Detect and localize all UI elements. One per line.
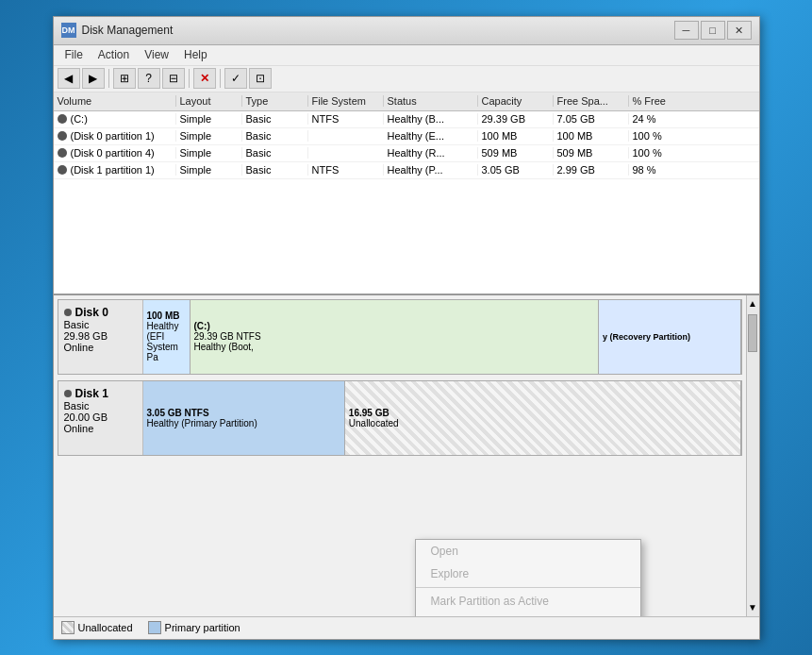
disk-icon-2 [58,148,67,158]
table-row[interactable]: (Disk 1 partition 1) Simple Basic NTFS H… [54,162,759,179]
efi-label: Healthy (EFI System Pa [147,321,186,362]
toolbar-sep-3 [220,69,221,88]
col-header-type: Type [242,95,308,107]
cell-layout-3: Simple [176,164,242,176]
menu-view[interactable]: View [137,46,176,63]
disk-0-efi-partition[interactable]: 100 MB Healthy (EFI System Pa [143,300,191,374]
cell-free-2: 509 MB [554,147,629,159]
legend-label-primary: Primary partition [165,622,240,633]
disk-0-partitions: 100 MB Healthy (EFI System Pa (C:) 29.39… [143,300,741,374]
disk-area: Disk 0 Basic 29.98 GB Online 100 MB Heal… [54,295,746,616]
cell-volume-2: (Disk 0 partition 4) [54,147,176,159]
status-bar: Unallocated Primary partition [54,616,759,639]
toolbar-sep-2 [189,69,190,88]
col-header-pctfree: % Free [629,95,686,107]
minimize-button[interactable]: ─ [674,21,699,40]
toolbar-forward[interactable]: ▶ [82,68,105,89]
disk-0-type: Basic [64,319,137,330]
cell-capacity-3: 3.05 GB [478,164,554,176]
col-header-free: Free Spa... [554,95,629,107]
cell-volume-3: (Disk 1 partition 1) [54,164,176,176]
menu-action[interactable]: Action [91,46,137,63]
app-icon: DM [61,23,76,38]
ctx-open: Open [416,540,640,563]
cell-pct-0: 24 % [629,113,686,125]
legend-unallocated: Unallocated [61,621,133,634]
primary-size: 3.05 GB NTFS [147,408,340,418]
col-header-status: Status [384,95,478,107]
disk-1-primary-partition[interactable]: 3.05 GB NTFS Healthy (Primary Partition) [143,381,345,455]
toolbar-grid[interactable]: ⊞ [113,68,136,89]
disk-1-partitions: 3.05 GB NTFS Healthy (Primary Partition)… [143,381,741,455]
col-header-fs: File System [308,95,384,107]
cell-capacity-0: 29.39 GB [478,113,554,125]
ctx-change-letter[interactable]: Change Drive Letter and Paths... [416,613,640,616]
scroll-up-arrow[interactable]: ▲ [748,297,757,311]
cell-volume-0: (C:) [54,113,176,125]
menu-file[interactable]: File [58,46,91,63]
cell-type-1: Basic [242,130,308,142]
cell-free-1: 100 MB [554,130,629,142]
toolbar-back[interactable]: ◀ [58,68,80,89]
disk-1-size: 20.00 GB [64,411,137,423]
disk-icon-3 [58,165,67,175]
menu-bar: File Action View Help [54,45,759,66]
menu-help[interactable]: Help [176,46,215,63]
window-title: Disk Management [82,24,674,37]
primary-label: Healthy (Primary Partition) [147,418,340,428]
table-row[interactable]: (Disk 0 partition 1) Simple Basic Health… [54,128,759,145]
toolbar-list[interactable]: ⊟ [162,68,185,89]
main-window: DM Disk Management ─ □ ✕ File Action Vie… [53,16,760,640]
table-header: Volume Layout Type File System Status Ca… [54,92,759,111]
disk-0-row: Disk 0 Basic 29.98 GB Online 100 MB Heal… [58,299,742,375]
toolbar: ◀ ▶ ⊞ ? ⊟ ✕ ✓ ⊡ [54,66,759,92]
ctx-mark-active: Mark Partition as Active [416,590,640,613]
title-bar: DM Disk Management ─ □ ✕ [54,17,759,45]
cell-type-3: Basic [242,164,308,176]
scroll-down-arrow[interactable]: ▼ [748,601,757,614]
legend-color-primary [148,621,161,634]
cell-layout-2: Simple [176,147,242,159]
toolbar-help[interactable]: ? [138,68,160,89]
col-header-capacity: Capacity [478,95,554,107]
table-row[interactable]: (C:) Simple Basic NTFS Healthy (B... 29.… [54,111,759,128]
disk-icon-1 [58,131,67,141]
cell-free-0: 7.05 GB [554,113,629,125]
disk-1-unallocated-partition[interactable]: 16.95 GB Unallocated [345,381,741,455]
table-row[interactable]: (Disk 0 partition 4) Simple Basic Health… [54,145,759,162]
ctx-explore: Explore [416,563,640,585]
efi-size: 100 MB [147,311,186,321]
disk-0-status: Online [64,342,137,353]
vertical-scrollbar[interactable]: ▲ ▼ [746,295,759,616]
disk-1-name: Disk 1 [64,387,137,400]
disk-0-recovery-partition[interactable]: y (Recovery Partition) [599,300,741,374]
disk-0-icon [64,309,72,316]
ctx-sep-1 [416,587,640,588]
col-header-layout: Layout [176,95,242,107]
volume-table: Volume Layout Type File System Status Ca… [54,92,759,295]
cell-layout-0: Simple [176,113,242,125]
cell-capacity-2: 509 MB [478,147,554,159]
scrollbar-thumb[interactable] [748,314,757,352]
disk-0-c-partition[interactable]: (C:) 29.39 GB NTFS Healthy (Boot, [191,300,600,374]
cell-type-0: Basic [242,113,308,125]
main-content: Volume Layout Type File System Status Ca… [54,92,759,616]
context-menu: Open Explore Mark Partition as Active Ch… [415,539,641,616]
col-header-volume: Volume [54,95,176,107]
toolbar-check[interactable]: ✓ [224,68,247,89]
cell-pct-1: 100 % [629,130,686,142]
close-button[interactable]: ✕ [727,21,752,40]
maximize-button[interactable]: □ [701,21,725,40]
cell-capacity-1: 100 MB [478,130,554,142]
unallocated-label: Unallocated [349,418,737,428]
cell-status-1: Healthy (E... [384,130,478,142]
legend-primary: Primary partition [148,621,240,634]
c-name: (C:) [194,321,595,331]
cell-volume-1: (Disk 0 partition 1) [54,130,176,142]
toolbar-square[interactable]: ⊡ [249,68,272,89]
toolbar-delete[interactable]: ✕ [193,68,216,89]
disk-1-status: Online [64,423,137,434]
c-status: Healthy (Boot, [194,342,595,352]
unallocated-size: 16.95 GB [349,408,737,418]
disk-1-row: Disk 1 Basic 20.00 GB Online 3.05 GB NTF… [58,380,742,456]
